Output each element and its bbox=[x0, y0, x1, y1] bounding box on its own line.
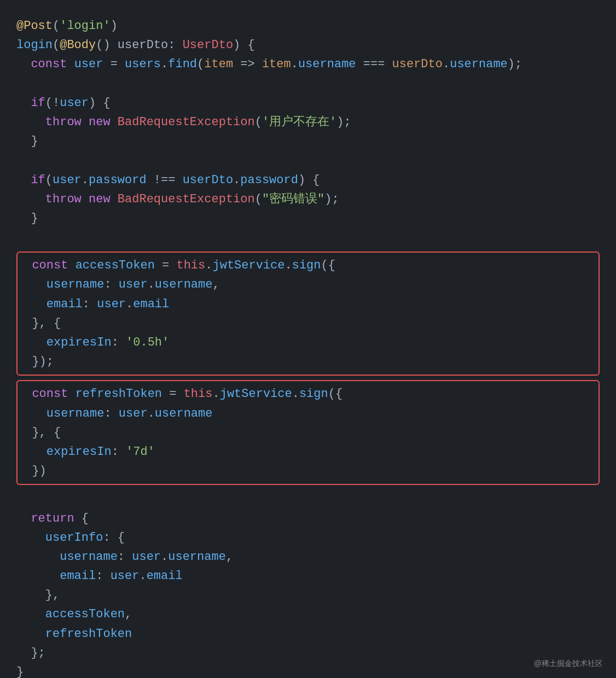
watermark: @稀土掘金技术社区 bbox=[534, 657, 603, 669]
code-line-blank4 bbox=[16, 489, 600, 508]
code-line-10: const accessToken = this.jwtService.sign… bbox=[18, 256, 598, 275]
code-editor: @Post('login') login(@Body() userDto: Us… bbox=[0, 11, 616, 678]
highlight-box-access-token: const accessToken = this.jwtService.sign… bbox=[16, 252, 600, 376]
code-line-17: username: user.username bbox=[18, 404, 598, 423]
code-line-1: @Post('login') bbox=[16, 16, 600, 36]
code-line-13: }, { bbox=[18, 314, 598, 333]
code-line-blank1 bbox=[16, 74, 600, 93]
code-line-19: expiresIn: '7d' bbox=[18, 442, 598, 461]
code-line-15: }); bbox=[18, 352, 598, 371]
code-line-14: expiresIn: '0.5h' bbox=[18, 333, 598, 352]
code-line-16: const refreshToken = this.jwtService.sig… bbox=[18, 384, 598, 404]
decorator: @Post bbox=[16, 16, 53, 36]
code-line-26: accessToken, bbox=[16, 605, 600, 624]
code-line-18: }, { bbox=[18, 423, 598, 442]
code-line-8: throw new BadRequestException("密码错误"); bbox=[16, 190, 600, 209]
code-line-11: username: user.username, bbox=[18, 275, 598, 294]
code-line-9: } bbox=[16, 209, 600, 228]
code-line-12: email: user.email bbox=[18, 295, 598, 314]
code-line-3: const user = users.find(item => item.use… bbox=[16, 55, 600, 74]
code-line-6: } bbox=[16, 132, 600, 151]
code-line-4: if(!user) { bbox=[16, 93, 600, 113]
code-line-29: } bbox=[16, 663, 600, 678]
code-line-5: throw new BadRequestException('用户不存在'); bbox=[16, 113, 600, 132]
code-line-25: }, bbox=[16, 586, 600, 605]
code-line-21: return { bbox=[16, 509, 600, 528]
code-line-22: userInfo: { bbox=[16, 528, 600, 547]
code-line-27: refreshToken bbox=[16, 624, 600, 644]
highlight-box-refresh-token: const refreshToken = this.jwtService.sig… bbox=[16, 380, 600, 485]
code-line-blank3 bbox=[16, 228, 600, 247]
code-line-7: if(user.password !== userDto.password) { bbox=[16, 171, 600, 190]
code-line-2: login(@Body() userDto: UserDto) { bbox=[16, 36, 600, 55]
code-line-23: username: user.username, bbox=[16, 547, 600, 566]
code-line-24: email: user.email bbox=[16, 566, 600, 586]
code-line-blank2 bbox=[16, 151, 600, 170]
code-line-28: }; bbox=[16, 644, 600, 663]
code-line-20: }) bbox=[18, 461, 598, 481]
